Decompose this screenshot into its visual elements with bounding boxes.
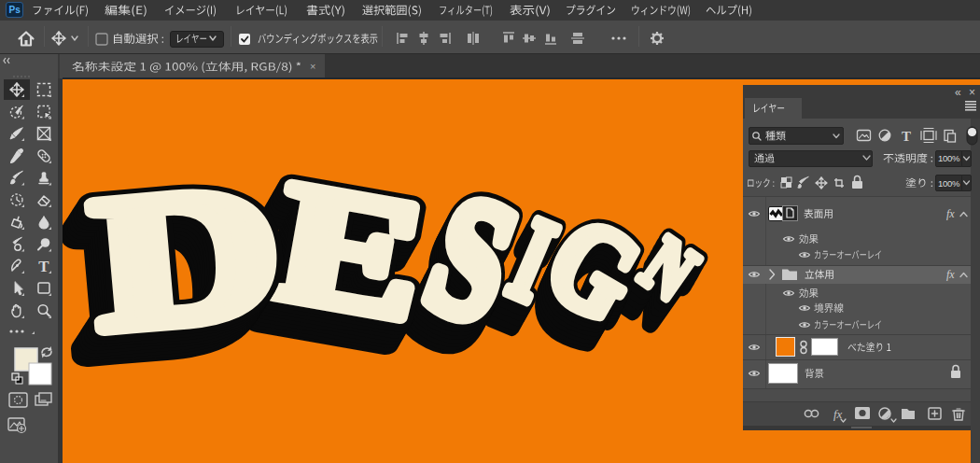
svg-text:D: D [85, 144, 287, 370]
